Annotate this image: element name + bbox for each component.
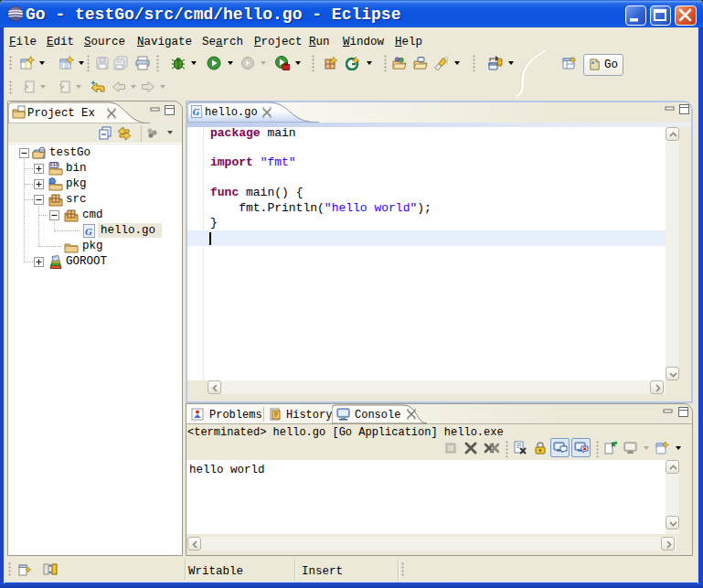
svg-text:G: G bbox=[193, 107, 200, 117]
svg-text:G: G bbox=[85, 226, 92, 237]
svg-text:010: 010 bbox=[50, 162, 59, 167]
